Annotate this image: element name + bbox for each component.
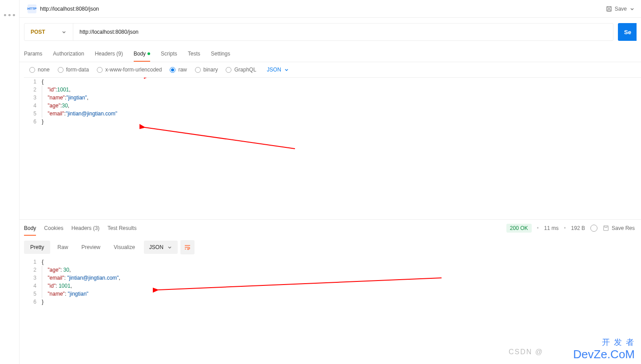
method-select[interactable]: POST [24,24,73,40]
request-tab[interactable]: HTTP http://localhost:8080/json [24,4,606,13]
radio-xwww[interactable]: x-www-form-urlencoded [97,67,162,73]
response-size: 192 B [571,225,585,231]
response-tabs: Body Cookies Headers (3) Test Results 20… [20,220,641,237]
tab-bar: HTTP http://localhost:8080/json Save [20,0,641,18]
line-number: 5 [24,110,42,118]
main: HTTP http://localhost:8080/json Save POS… [20,0,641,306]
tab-tests[interactable]: Tests [188,46,200,62]
radio-icon [170,67,175,73]
resp-tab-body[interactable]: Body [24,221,36,236]
view-raw[interactable]: Raw [51,241,74,254]
http-badge-icon: HTTP [28,4,36,13]
response-lang-label: JSON [149,244,163,250]
send-button[interactable]: Se [618,23,637,41]
view-preview[interactable]: Preview [75,241,107,254]
svg-rect-1 [608,9,610,11]
save-label: Save [615,6,627,12]
response-toolbar: Pretty Raw Preview Visualize JSON [20,237,641,258]
tab-authorization[interactable]: Authorization [53,46,84,62]
watermark-csdn: CSDN @ [509,348,543,356]
view-pretty[interactable]: Pretty [24,241,50,254]
tab-scripts[interactable]: Scripts [161,46,177,62]
radio-icon [195,67,201,73]
response-lang-select[interactable]: JSON [144,241,178,254]
line-number: 1 [24,258,42,266]
radio-formdata[interactable]: form-data [58,67,89,73]
radio-graphql[interactable]: GraphQL [226,67,256,73]
response-body-editor[interactable]: 1{ 2 "age": 30, 3 "email": "jintian@jing… [24,258,641,306]
radio-label: raw [178,67,187,73]
save-icon [603,225,609,231]
svg-rect-0 [606,6,611,11]
method-label: POST [31,29,45,35]
line-number: 4 [24,102,42,110]
line-number: 3 [24,274,42,282]
chevron-down-icon [284,67,289,72]
save-response-button[interactable]: Save Res [603,225,637,231]
tab-headers[interactable]: Headers (9) [95,46,123,62]
line-number: 5 [24,290,42,298]
radio-binary[interactable]: binary [195,67,218,73]
left-rail: ∘∘∘ [0,0,20,364]
resp-tab-headers[interactable]: Headers (3) [72,221,100,236]
save-icon [606,6,612,12]
watermark-line2: DevZe.CoM [573,348,635,361]
tab-params[interactable]: Params [24,46,42,62]
chevron-down-icon [167,245,172,250]
radio-icon [226,67,231,73]
resp-tab-testresults[interactable]: Test Results [107,221,136,236]
response-time: 11 ms [544,225,559,231]
resp-tab-cookies[interactable]: Cookies [44,221,63,236]
tab-body-label: Body [134,51,146,57]
tab-body[interactable]: Body [134,46,150,62]
radio-label: none [38,67,50,73]
radio-icon [97,67,103,73]
wrap-icon [184,244,191,251]
body-lang-select[interactable]: JSON [267,67,289,73]
watermark: 开 发 者 DevZe.CoM [573,337,635,361]
save-response-label: Save Res [612,225,635,231]
more-icon[interactable]: ∘∘∘ [3,11,16,18]
radio-label: x-www-form-urlencoded [105,67,162,73]
svg-rect-6 [604,226,609,231]
body-lang-label: JSON [267,67,281,73]
line-number: 1 [24,78,42,86]
radio-label: binary [203,67,218,73]
wrap-lines-button[interactable] [180,240,195,254]
body-type-row: none form-data x-www-form-urlencoded raw… [20,62,641,77]
request-body-editor[interactable]: 1{ 2 "id":1001, 3 "name":"jingtian", 4 "… [24,77,641,219]
view-visualize[interactable]: Visualize [107,241,141,254]
line-number: 3 [24,94,42,102]
chevron-down-icon [61,29,67,35]
line-number: 4 [24,282,42,290]
line-number: 6 [24,298,42,306]
globe-icon[interactable] [590,225,597,232]
tab-title: http://localhost:8080/json [40,6,99,12]
url-input[interactable] [73,24,613,40]
radio-label: form-data [66,67,89,73]
arrow-annotation-icon [139,122,299,153]
radio-raw[interactable]: raw [170,67,187,73]
line-number: 6 [24,118,42,126]
request-row: POST Se [20,18,641,46]
response-status: 200 OK • 11 ms • 192 B Save Res [506,224,637,233]
request-tabs: Params Authorization Headers (9) Body Sc… [20,46,641,62]
radio-icon [29,67,35,73]
method-url-group: POST [24,23,613,41]
dot-icon [147,52,150,55]
radio-label: GraphQL [234,67,256,73]
radio-icon [58,67,64,73]
status-badge: 200 OK [506,224,532,233]
chevron-down-icon[interactable] [629,6,635,12]
line-number: 2 [24,266,42,274]
tab-settings[interactable]: Settings [211,46,230,62]
line-number: 2 [24,86,42,94]
radio-none[interactable]: none [29,67,50,73]
view-mode-segment: Pretty Raw Preview Visualize [24,241,141,254]
save-button[interactable]: Save [606,6,637,12]
svg-line-5 [145,127,295,149]
watermark-line1: 开 发 者 [573,337,635,348]
